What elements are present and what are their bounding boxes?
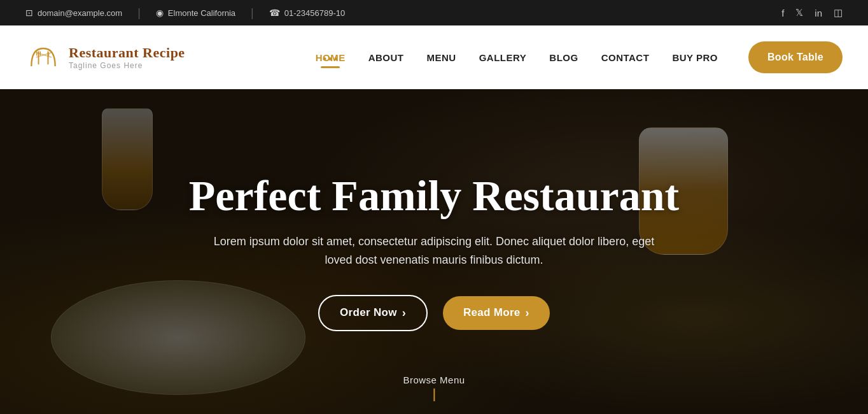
book-table-button[interactable]: Book Table bbox=[748, 41, 843, 73]
order-now-button[interactable]: Order Now › bbox=[318, 295, 428, 331]
divider-2: | bbox=[251, 6, 254, 20]
logo[interactable]: Restaurant Recipe Tagline Goes Here bbox=[25, 39, 185, 75]
hero-title: Perfect Family Restaurant bbox=[189, 172, 679, 220]
divider-1: | bbox=[137, 6, 141, 20]
logo-name: Restaurant Recipe bbox=[69, 45, 185, 61]
facebook-icon[interactable]: f bbox=[781, 8, 784, 18]
browse-menu-label: Browse Menu bbox=[403, 375, 465, 385]
location-icon: ◉ bbox=[156, 8, 164, 18]
email-icon: ⊡ bbox=[25, 8, 33, 18]
nav-blog[interactable]: BLOG bbox=[538, 46, 589, 69]
top-bar: ⊡ domain@example.com | ◉ Elmonte Califor… bbox=[0, 0, 868, 25]
logo-icon bbox=[25, 39, 61, 75]
order-chevron-icon: › bbox=[402, 306, 406, 320]
nav-home[interactable]: HOME bbox=[304, 46, 357, 69]
email-info: ⊡ domain@example.com bbox=[25, 8, 122, 18]
phone-text: 01-23456789-10 bbox=[284, 8, 345, 18]
location-info: ◉ Elmonte California bbox=[156, 8, 235, 18]
email-text: domain@example.com bbox=[38, 8, 122, 18]
hero-content: Perfect Family Restaurant Lorem ipsum do… bbox=[0, 89, 868, 414]
phone-icon: ☎ bbox=[269, 8, 280, 18]
nav-contact[interactable]: CONTACT bbox=[590, 46, 661, 69]
nav-menu[interactable]: MENU bbox=[416, 46, 468, 69]
nav-about[interactable]: ABOUT bbox=[357, 46, 416, 69]
top-bar-info: ⊡ domain@example.com | ◉ Elmonte Califor… bbox=[25, 6, 345, 20]
read-chevron-icon: › bbox=[526, 306, 529, 320]
read-more-button[interactable]: Read More › bbox=[443, 296, 550, 330]
instagram-icon[interactable]: ◫ bbox=[834, 7, 843, 18]
header: Restaurant Recipe Tagline Goes Here HOME… bbox=[0, 25, 868, 89]
social-links: f 𝕏 in ◫ bbox=[781, 7, 843, 18]
hero-browse[interactable]: Browse Menu bbox=[403, 375, 465, 401]
location-text: Elmonte California bbox=[168, 8, 235, 18]
logo-text: Restaurant Recipe Tagline Goes Here bbox=[69, 45, 185, 70]
browse-line-icon bbox=[433, 389, 435, 401]
hero-subtitle: Lorem ipsum dolor sit amet, consectetur … bbox=[211, 232, 657, 269]
hero-buttons: Order Now › Read More › bbox=[318, 295, 550, 331]
hero-section: Perfect Family Restaurant Lorem ipsum do… bbox=[0, 89, 868, 414]
linkedin-icon[interactable]: in bbox=[815, 8, 822, 18]
phone-info: ☎ 01-23456789-10 bbox=[269, 8, 345, 18]
nav-gallery[interactable]: GALLERY bbox=[468, 46, 538, 69]
nav-buy-pro[interactable]: BUY PRO bbox=[661, 46, 729, 69]
main-nav: HOME ABOUT MENU GALLERY BLOG CONTACT BUY… bbox=[304, 46, 729, 69]
twitter-icon[interactable]: 𝕏 bbox=[795, 7, 803, 18]
logo-tagline: Tagline Goes Here bbox=[69, 61, 185, 70]
